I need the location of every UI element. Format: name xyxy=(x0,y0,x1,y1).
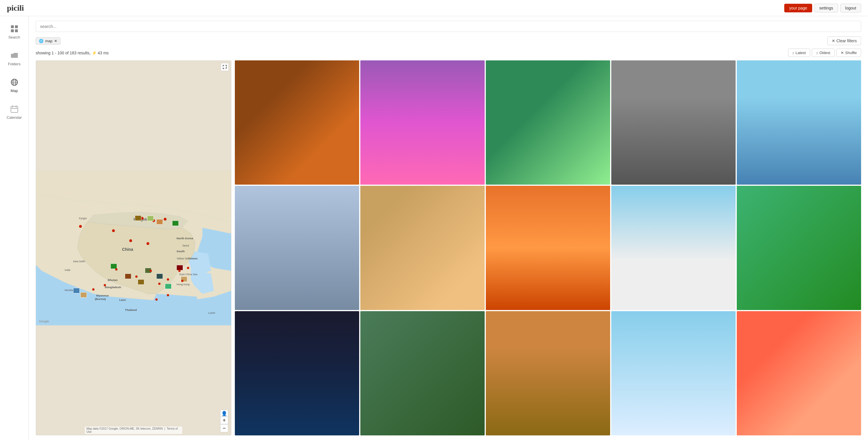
sidebar: Search Folders Map xyxy=(0,16,29,440)
svg-point-59 xyxy=(150,270,152,272)
map-filter-remove[interactable]: ✕ xyxy=(54,39,57,43)
svg-point-64 xyxy=(187,267,189,269)
sort-latest-button[interactable]: ↕ Latest xyxy=(788,48,810,57)
globe-icon xyxy=(10,78,19,87)
svg-rect-41 xyxy=(135,215,141,221)
sidebar-item-calendar[interactable]: Calendar xyxy=(3,102,26,122)
svg-point-56 xyxy=(103,284,106,286)
map-expand-button[interactable] xyxy=(221,63,229,71)
photo-grid-panel xyxy=(235,60,861,435)
svg-text:Bhutan: Bhutan xyxy=(107,278,117,281)
clear-filters-button[interactable]: ✕ Clear filters xyxy=(828,36,861,45)
photo-thumb[interactable] xyxy=(611,311,736,435)
svg-text:Luzon: Luzon xyxy=(208,311,215,314)
photo-thumb[interactable] xyxy=(360,186,485,310)
photo-thumb[interactable] xyxy=(235,311,359,435)
svg-text:India: India xyxy=(65,269,70,271)
search-input[interactable] xyxy=(36,21,861,32)
svg-rect-44 xyxy=(111,264,117,269)
svg-point-37 xyxy=(79,225,82,228)
svg-text:Mumbai: Mumbai xyxy=(65,289,74,292)
photo-thumb[interactable] xyxy=(737,60,861,184)
photo-thumb[interactable] xyxy=(486,311,610,435)
map-panel[interactable]: Mongolia North Korea Seoul South China K… xyxy=(36,60,231,435)
svg-rect-2 xyxy=(11,29,14,32)
photo-thumb[interactable] xyxy=(737,311,861,435)
active-filters: 🌐 map ✕ xyxy=(36,37,60,44)
svg-rect-50 xyxy=(177,265,183,270)
svg-rect-1 xyxy=(15,25,18,28)
main-container: Search Folders Map xyxy=(0,16,868,440)
map-filter-label: map xyxy=(45,39,52,43)
svg-point-55 xyxy=(92,289,94,291)
photo-thumb[interactable] xyxy=(737,186,861,310)
sort-oldest-label: Oldest xyxy=(819,50,830,55)
svg-text:(Burma): (Burma) xyxy=(95,297,105,301)
sort-latest-label: Latest xyxy=(796,50,806,55)
svg-text:Seoul: Seoul xyxy=(183,244,189,247)
photo-thumb[interactable] xyxy=(486,186,610,310)
svg-rect-3 xyxy=(15,29,18,32)
sort-shuffle-button[interactable]: ✕ Shuffle xyxy=(836,48,861,57)
photo-thumb[interactable] xyxy=(611,186,736,310)
svg-rect-54 xyxy=(157,219,163,224)
svg-text:Bangladesh: Bangladesh xyxy=(105,285,121,289)
map-zoom-in[interactable]: + xyxy=(220,416,228,424)
svg-text:Thailand: Thailand xyxy=(125,308,137,311)
svg-point-65 xyxy=(167,294,169,297)
svg-point-60 xyxy=(158,283,161,285)
header: picili your page settings logout xyxy=(0,0,868,16)
svg-rect-9 xyxy=(11,106,18,112)
sort-oldest-icon: ↕ xyxy=(816,50,818,55)
map-placeholder: Mongolia North Korea Seoul South China K… xyxy=(36,61,231,435)
svg-text:Kyrgyz: Kyrgyz xyxy=(79,217,87,220)
your-page-button[interactable]: your page xyxy=(784,4,812,12)
svg-rect-47 xyxy=(138,279,144,285)
sidebar-folders-label: Folders xyxy=(8,62,21,66)
sort-buttons: ↕ Latest ↕ Oldest ✕ Shuffle xyxy=(788,48,861,57)
sort-oldest-button[interactable]: ↕ Oldest xyxy=(812,48,835,57)
svg-text:North Korea: North Korea xyxy=(177,237,193,240)
svg-rect-52 xyxy=(147,216,154,221)
sidebar-item-search[interactable]: Search xyxy=(3,22,26,42)
photo-thumb[interactable] xyxy=(235,60,359,184)
photo-thumb[interactable] xyxy=(611,60,736,184)
svg-rect-45 xyxy=(125,274,131,279)
logout-button[interactable]: logout xyxy=(840,4,861,12)
sidebar-search-label: Search xyxy=(8,35,20,39)
svg-point-61 xyxy=(167,278,169,281)
svg-point-62 xyxy=(179,270,181,272)
sidebar-item-folders[interactable]: Folders xyxy=(3,48,26,68)
svg-point-39 xyxy=(129,239,132,242)
photo-thumb[interactable] xyxy=(235,186,359,310)
calendar-icon xyxy=(10,104,19,113)
photo-thumb[interactable] xyxy=(360,60,485,184)
svg-rect-0 xyxy=(11,25,14,28)
panels: Mongolia North Korea Seoul South China K… xyxy=(36,60,861,435)
photo-thumb[interactable] xyxy=(360,311,485,435)
svg-rect-43 xyxy=(81,293,87,298)
content-area: 🌐 map ✕ ✕ Clear filters showing 1 - 100 … xyxy=(29,16,868,440)
svg-point-40 xyxy=(147,242,149,245)
settings-button[interactable]: settings xyxy=(814,4,838,12)
svg-text:Taiwan: Taiwan xyxy=(188,257,197,260)
sidebar-calendar-label: Calendar xyxy=(7,115,22,120)
map-attribution: Map data ©2017 Google, ORION-ME, SK tele… xyxy=(85,427,183,434)
sidebar-map-label: Map xyxy=(11,89,18,93)
svg-rect-49 xyxy=(165,284,172,289)
svg-text:New Delhi: New Delhi xyxy=(73,260,85,263)
header-actions: your page settings logout xyxy=(784,4,861,12)
map-filter-icon: 🌐 xyxy=(39,39,43,43)
map-filter-tag[interactable]: 🌐 map ✕ xyxy=(36,37,60,44)
svg-text:Laos: Laos xyxy=(119,298,126,301)
svg-point-36 xyxy=(164,218,167,221)
filter-row: 🌐 map ✕ ✕ Clear filters xyxy=(36,36,861,45)
sort-shuffle-label: Shuffle xyxy=(845,50,857,55)
photo-thumb[interactable] xyxy=(486,60,610,184)
svg-text:Hong Kong: Hong Kong xyxy=(177,283,190,286)
svg-point-66 xyxy=(155,298,158,301)
map-zoom-out[interactable]: − xyxy=(220,424,228,432)
svg-rect-53 xyxy=(173,221,179,226)
sidebar-item-map[interactable]: Map xyxy=(3,75,26,95)
sort-latest-icon: ↕ xyxy=(792,50,794,55)
